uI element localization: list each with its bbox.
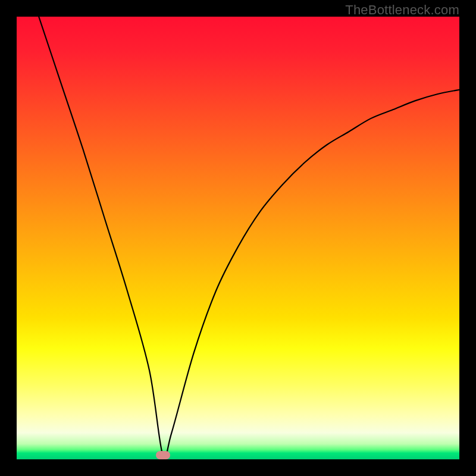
chart-container: TheBottleneck.com [0, 0, 476, 476]
curve-path [39, 17, 459, 458]
optimal-point-marker [156, 451, 170, 459]
watermark-text: TheBottleneck.com [345, 2, 459, 18]
plot-area [17, 17, 459, 459]
bottleneck-curve [17, 17, 459, 459]
